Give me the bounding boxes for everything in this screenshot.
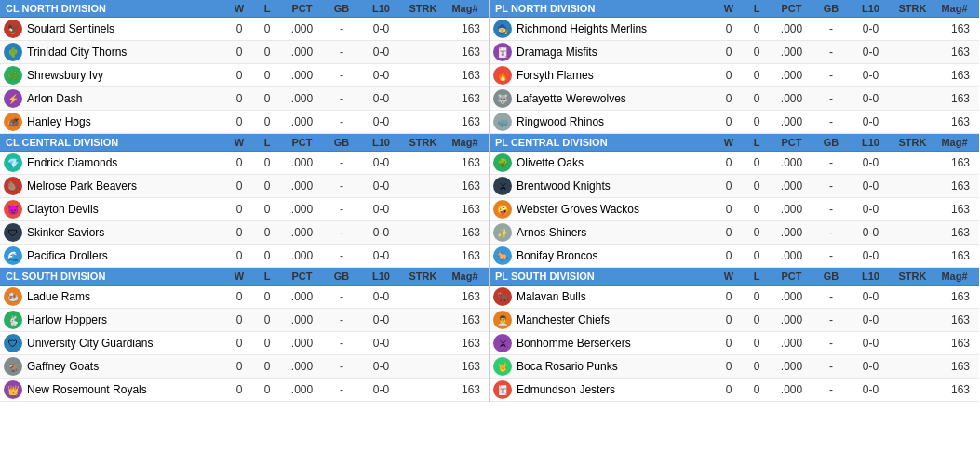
cell-l10: 0-0 <box>360 383 402 396</box>
cell-pct: .000 <box>771 69 812 82</box>
cell-gb: - <box>323 249 360 262</box>
cell-w: 0 <box>715 46 743 59</box>
cell-w: 0 <box>225 69 253 82</box>
table-row[interactable]: 👑New Rosemount Royals00.000-0-0163 <box>0 379 489 402</box>
team-name-cell: 🦏Ringwood Rhinos <box>491 113 715 131</box>
cell-pct: .000 <box>281 249 323 262</box>
division-header: PL CENTRAL DIVISIONWLPCTGBL10STRKMag# <box>490 134 979 152</box>
col-l10: L10 <box>360 271 402 282</box>
team-icon: 🌊 <box>4 246 22 265</box>
cell-l: 0 <box>253 337 281 350</box>
cell-pct: .000 <box>281 179 323 193</box>
team-icon: 🔥 <box>493 66 512 85</box>
table-row[interactable]: 🃏Edmundson Jesters00.000-0-0163 <box>490 379 979 402</box>
team-name: Bonifay Broncos <box>517 249 597 262</box>
table-row[interactable]: 🐇Harlow Hoppers00.000-0-0163 <box>0 309 489 332</box>
cell-pct: .000 <box>281 360 323 373</box>
team-name: Manchester Chiefs <box>517 313 610 326</box>
col-mag: Mag# <box>444 271 486 282</box>
cell-mag: 163 <box>444 156 486 169</box>
cell-l: 0 <box>743 360 771 373</box>
cell-pct: .000 <box>771 179 812 193</box>
team-name-cell: 😈Clayton Devils <box>2 200 225 219</box>
cell-mag: 163 <box>933 226 975 239</box>
cell-pct: .000 <box>281 22 323 35</box>
team-name: Malavan Bulls <box>517 290 586 303</box>
team-name: Boca Rosario Punks <box>517 360 618 373</box>
team-icon: 🛡 <box>4 223 22 242</box>
col-mag: Mag# <box>933 137 975 148</box>
table-row[interactable]: 🐗Hanley Hogs00.000-0-0163 <box>0 111 489 134</box>
table-row[interactable]: 🐏Ladue Rams00.000-0-0163 <box>0 286 489 309</box>
table-row[interactable]: 🛡Skinker Saviors00.000-0-0163 <box>0 221 489 245</box>
table-row[interactable]: 🧙Richmond Heights Merlins00.000-0-0163 <box>490 18 979 41</box>
col-strk: STRK <box>892 137 933 148</box>
cell-l: 0 <box>743 69 771 82</box>
team-icon: 🐏 <box>4 287 22 306</box>
cell-pct: .000 <box>281 115 323 128</box>
cell-l10: 0-0 <box>360 226 402 239</box>
table-row[interactable]: 🌊Pacifica Drollers00.000-0-0163 <box>0 245 489 268</box>
table-row[interactable]: ✨Arnos Shiners00.000-0-0163 <box>490 221 979 245</box>
col-l10: L10 <box>850 137 892 148</box>
team-name-cell: 🌊Pacifica Drollers <box>2 246 225 265</box>
team-name: Dramaga Misfits <box>517 46 597 59</box>
table-row[interactable]: 🤘Boca Rosario Punks00.000-0-0163 <box>490 355 979 379</box>
cl-division: CL NORTH DIVISIONWLPCTGBL10STRKMag#🦅Soul… <box>0 0 490 402</box>
cell-w: 0 <box>715 249 743 262</box>
cell-w: 0 <box>715 69 743 82</box>
table-row[interactable]: 🦅Soulard Sentinels00.000-0-0163 <box>0 18 489 41</box>
table-row[interactable]: 🔥Forsyth Flames00.000-0-0163 <box>490 64 979 87</box>
table-row[interactable]: 🌵Trinidad City Thorns00.000-0-0163 <box>0 41 489 64</box>
table-row[interactable]: 🐂Malavan Bulls00.000-0-0163 <box>490 286 979 309</box>
table-row[interactable]: 🃏Dramaga Misfits00.000-0-0163 <box>490 41 979 64</box>
col-pct: PCT <box>771 137 812 148</box>
table-row[interactable]: 🛡University City Guardians00.000-0-0163 <box>0 332 489 355</box>
cell-gb: - <box>323 313 360 326</box>
col-pct: PCT <box>771 3 812 14</box>
cell-mag: 163 <box>444 92 486 105</box>
cell-l: 0 <box>743 203 771 216</box>
cell-l10: 0-0 <box>360 115 402 128</box>
team-icon: 🐎 <box>493 246 512 265</box>
team-icon: ⚔ <box>493 177 512 195</box>
cell-gb: - <box>812 156 850 169</box>
table-row[interactable]: 🐎Bonifay Broncos00.000-0-0163 <box>490 245 979 268</box>
table-row[interactable]: ⚔Bonhomme Berserkers00.000-0-0163 <box>490 332 979 355</box>
cell-l: 0 <box>743 46 771 59</box>
cell-w: 0 <box>225 249 253 262</box>
table-row[interactable]: 🐐Gaffney Goats00.000-0-0163 <box>0 355 489 379</box>
division-header: PL NORTH DIVISIONWLPCTGBL10STRKMag# <box>490 0 979 18</box>
table-row[interactable]: 🐺Lafayette Werewolves00.000-0-0163 <box>490 87 979 111</box>
cell-pct: .000 <box>771 249 812 262</box>
division-header: PL SOUTH DIVISIONWLPCTGBL10STRKMag# <box>490 268 979 286</box>
cell-l: 0 <box>743 156 771 169</box>
cell-pct: .000 <box>771 22 812 35</box>
team-name-cell: ⚔Brentwood Knights <box>491 177 715 195</box>
table-row[interactable]: 🦏Ringwood Rhinos00.000-0-0163 <box>490 111 979 134</box>
table-row[interactable]: 🌿Shrewsbury Ivy00.000-0-0163 <box>0 64 489 87</box>
cell-gb: - <box>323 115 360 128</box>
cell-mag: 163 <box>933 22 975 35</box>
cell-l: 0 <box>253 46 281 59</box>
table-row[interactable]: 👨‍💼Manchester Chiefs00.000-0-0163 <box>490 309 979 332</box>
table-row[interactable]: 🌳Olivette Oaks00.000-0-0163 <box>490 152 979 175</box>
table-row[interactable]: 🤪Webster Groves Wackos00.000-0-0163 <box>490 198 979 221</box>
col-l: L <box>743 271 771 282</box>
table-row[interactable]: 😈Clayton Devils00.000-0-0163 <box>0 198 489 221</box>
team-name: Endrick Diamonds <box>27 156 117 169</box>
col-gb: GB <box>323 271 360 282</box>
division-name: PL NORTH DIVISION <box>491 3 715 14</box>
cell-pct: .000 <box>771 290 812 303</box>
cell-w: 0 <box>225 115 253 128</box>
cell-w: 0 <box>715 337 743 350</box>
cell-w: 0 <box>225 179 253 193</box>
team-icon: 🧙 <box>493 20 512 38</box>
cell-l10: 0-0 <box>360 360 402 373</box>
table-row[interactable]: 🦫Melrose Park Beavers00.000-0-0163 <box>0 175 489 198</box>
cell-gb: - <box>812 337 850 350</box>
table-row[interactable]: 💎Endrick Diamonds00.000-0-0163 <box>0 152 489 175</box>
table-row[interactable]: ⚔Brentwood Knights00.000-0-0163 <box>490 175 979 198</box>
team-name: Olivette Oaks <box>517 156 584 169</box>
table-row[interactable]: ⚡Arlon Dash00.000-0-0163 <box>0 87 489 111</box>
